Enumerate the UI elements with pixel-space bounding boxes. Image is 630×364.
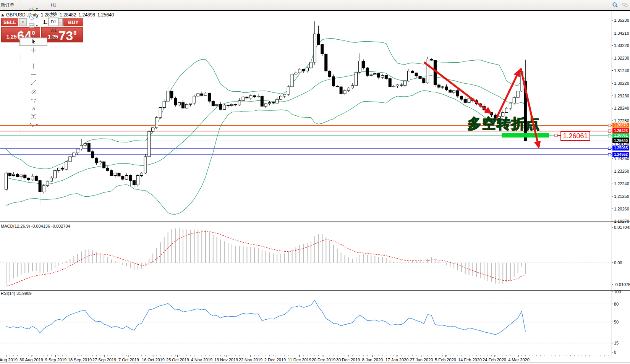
metatrader-window: 新订单 自动交易▼▼▼EFAT▼ M1M5M15M30H1H4D1W1MN GB… [0,0,630,364]
price-flag-box[interactable]: 1.26061 [560,131,590,141]
channel-icon: E [31,88,37,94]
price-axis-tick[interactable]: 1.34210 [614,31,629,36]
date-axis-label[interactable]: 13 Nov 2019 [214,358,238,362]
price-axis-tick[interactable]: 1.32230 [614,56,629,60]
add-indicator-button[interactable]: ▼ [19,5,47,13]
price-axis-tick[interactable]: 1.23260 [614,169,629,173]
macd-axis-tick[interactable]: 0.017043 [614,225,630,230]
rsi-axis-tick[interactable]: 0 [614,350,616,354]
chat-icon [622,2,628,8]
date-axis-label[interactable]: 7 Oct 2019 [118,358,139,362]
chat-button[interactable] [620,1,630,9]
date-axis-label[interactable]: 9 Sep 2019 [45,358,66,362]
svg-text:F: F [34,100,36,103]
price-axis-tick[interactable]: 1.22240 [614,181,629,186]
crosshair-icon [31,47,37,53]
ohlc-high: 1.28482 [60,12,76,18]
cursor-icon [31,39,37,45]
main-toolbar: 新订单 自动交易▼▼▼EFAT▼ M1M5M15M30H1H4D1W1MN [0,0,630,10]
date-axis-label[interactable]: 22 Nov 2019 [239,358,262,362]
chart-window-border [0,10,630,11]
date-axis-label[interactable]: 2 Dec 2019 [264,358,286,362]
sell-price-small: 1.25 [6,34,17,40]
svg-text:E: E [34,92,36,94]
text-button[interactable]: A [19,104,47,112]
date-axis-label[interactable]: 17 Jan 2020 [385,358,409,362]
sell-button[interactable]: SELL [1,18,18,26]
rsi-axis-tick[interactable]: 80 [614,302,619,306]
buy-price-sup: 8 [73,30,76,36]
chart-objects-layer [0,0,630,364]
vertical-line-button[interactable] [19,62,47,70]
toolbar-separator [21,129,21,137]
trendline-button[interactable] [19,79,47,87]
timeframe-h1-button[interactable]: H1 [48,1,59,9]
date-axis-label[interactable]: 16 Oct 2019 [142,358,165,362]
date-axis-label[interactable]: 27 Sep 2019 [92,358,116,362]
price-axis-tick[interactable]: 1.31240 [614,68,629,73]
date-axis-label[interactable]: 25 Oct 2019 [166,358,189,362]
timeframe-w1-button[interactable]: W1 [48,26,59,34]
text-label-icon: T [31,113,37,120]
date-axis-label[interactable]: 5 Feb 2020 [435,358,456,362]
timeframe-mn-button[interactable]: MN [48,34,59,43]
date-axis-label[interactable]: 11 Dec 2019 [288,358,311,362]
date-axis-label[interactable]: 4 Nov 2019 [191,358,212,362]
vertical-line-icon [31,63,37,69]
date-axis-label[interactable]: 8 Jan 2020 [362,358,383,362]
macd-label: MACD(12,26,9) -0.004136 -0.002704 [1,224,70,228]
shapes-button[interactable]: ▼ [19,121,47,129]
rsi-axis-tick[interactable]: 100 [614,290,621,294]
new-order-label: 新订单 [1,2,15,8]
ohlc-close: 1.25640 [97,12,114,18]
cursor-button[interactable] [19,37,47,46]
toolbar-separator [21,0,21,5]
search-button[interactable] [611,1,620,9]
template-button[interactable]: ▼ [19,21,47,30]
date-axis-label[interactable]: 18 Sep 2019 [68,358,92,362]
macd-axis-tick[interactable]: -0.010751 [614,282,630,287]
price-axis-tick[interactable]: 1.29230 [614,94,629,98]
date-axis-label[interactable]: 30 Aug 2019 [19,358,43,362]
toolbar-separator [21,54,21,62]
date-axis-label[interactable]: 30 Dec 2019 [336,358,360,362]
period-icon [29,14,35,20]
date-axis-label[interactable]: 24 Feb 2020 [483,358,506,362]
price-axis-tick[interactable]: 1.30220 [614,81,629,86]
new-order-button[interactable]: 新订单 [0,1,19,9]
buy-button[interactable]: BUY [63,18,83,26]
channel-button[interactable]: E [19,87,47,95]
text-label-button[interactable]: T [19,112,47,121]
date-axis-label[interactable]: 1 Aug 2019 [0,358,18,362]
price-axis-tick[interactable]: 1.33220 [614,43,629,48]
date-axis-label[interactable]: 14 Feb 2020 [458,358,482,362]
svg-text:A: A [32,105,36,111]
svg-text:T: T [32,115,34,119]
date-axis-label[interactable]: 4 Mar 2020 [508,358,530,362]
horizontal-line-button[interactable] [19,70,47,79]
price-axis-tick[interactable]: 1.19270 [614,219,629,223]
date-axis-label[interactable]: 20 Dec 2019 [312,358,335,362]
fibonacci-button[interactable]: F [19,95,47,104]
ohlc-low: 1.24898 [78,12,95,18]
period-button[interactable]: ▼ [19,13,47,21]
date-axis-label[interactable]: 27 Jan 2020 [410,358,433,362]
add-indicator-icon [29,6,35,12]
rsi-axis-tick[interactable]: 50 [614,320,619,324]
price-axis-tick[interactable]: 1.35230 [614,18,629,23]
timeframe-d1-button[interactable]: D1 [48,18,59,26]
price-axis-tick[interactable]: 1.28240 [614,106,629,110]
price-axis-tick[interactable]: 1.21250 [614,194,629,199]
price-badge-1.25640: 1.25640 [612,138,629,143]
horizontal-line-icon [31,71,37,78]
toolbar-separator [21,30,21,37]
price-badge-1.26876: 1.26876 [612,123,629,128]
price-badge-1.26061: 1.26061 [612,133,629,138]
price-badge-1.24552: 1.24552 [612,152,629,157]
rsi-axis-tick[interactable]: 15 [614,341,619,345]
crosshair-button[interactable] [19,46,47,54]
macd-axis-tick[interactable]: 0.00 [614,260,622,265]
chart-window-icon [1,14,4,16]
timeframe-h4-button[interactable]: H4 [48,9,59,18]
price-axis-tick[interactable]: 1.20260 [614,207,629,211]
